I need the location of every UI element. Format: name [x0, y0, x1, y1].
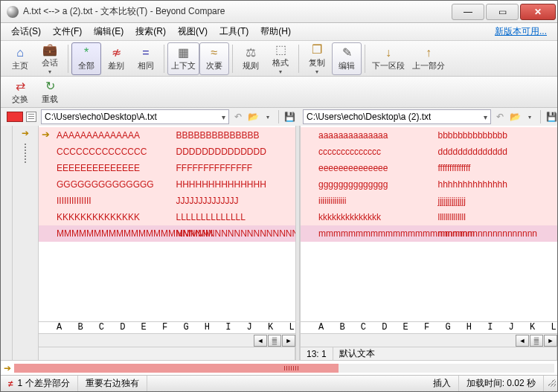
- left-status: [39, 347, 295, 360]
- diff-indicator-icon: [7, 112, 23, 122]
- diff-icon: ≉: [112, 45, 121, 60]
- menu-edit[interactable]: 编辑(E): [88, 24, 129, 39]
- right-arrow-icon: ➔: [4, 363, 11, 373]
- scroll-left-icon[interactable]: ◄: [516, 335, 529, 347]
- right-path-input[interactable]: C:\Users\echo\Desktop\a (2).txt ▾: [303, 109, 491, 124]
- filter-same-button[interactable]: =相同: [131, 42, 161, 75]
- diff-line[interactable]: GGGGGGGGGGGGGGHHHHHHHHHHHHHH: [39, 176, 295, 193]
- diff-line[interactable]: aaaaaaaaaaaaaabbbbbbbbbbbbbb: [301, 127, 557, 144]
- diff-line[interactable]: mmmmmmmmmmmmmmmmmmmmmnnnnnnnnnnnnnnnnnnn…: [301, 225, 557, 242]
- right-path-text: C:\Users\echo\Desktop\a (2).txt: [307, 112, 431, 122]
- format-icon: ⬚: [275, 42, 286, 57]
- diff-line[interactable]: ccccccccccccccdddddddddddddd: [301, 144, 557, 160]
- open-right-dd[interactable]: ▾: [524, 111, 536, 123]
- session-button[interactable]: 💼会话▾: [35, 42, 65, 75]
- copy-button[interactable]: ❐复制▾: [302, 42, 332, 75]
- briefcase-icon: 💼: [42, 42, 57, 57]
- cursor-pos: 13: 1: [301, 347, 333, 360]
- chevron-down-icon[interactable]: ▾: [484, 113, 487, 121]
- scroll-right-icon[interactable]: ►: [544, 335, 557, 347]
- rules-button[interactable]: ⚖规则: [236, 42, 266, 75]
- menu-session[interactable]: 会话(S): [5, 24, 47, 39]
- current-line-icon: ➔: [42, 129, 50, 140]
- open-left-dd[interactable]: ▾: [262, 111, 274, 123]
- menu-tools[interactable]: 工具(T): [214, 24, 254, 39]
- home-icon: ⌂: [16, 45, 24, 60]
- diff-line[interactable]: IIIIIIIIIIIIIIJJJJJJJJJJJJJJ: [39, 193, 295, 209]
- maximize-button[interactable]: ▭: [486, 4, 519, 20]
- statusbar: ≠1 个差异部分 重要右边独有 插入 加载时间: 0.02 秒: [1, 375, 557, 391]
- diff-line[interactable]: KKKKKKKKKKKKKKLLLLLLLLLLLLLL: [39, 209, 295, 225]
- menu-view[interactable]: 视图(V): [172, 24, 214, 39]
- diff-line[interactable]: gggggggggggggghhhhhhhhhhhhhh: [301, 176, 557, 193]
- minimize-button[interactable]: —: [452, 4, 484, 20]
- file-icon: [26, 112, 36, 122]
- reload-button[interactable]: ↻重载: [35, 76, 65, 109]
- context-button[interactable]: ▦上下文: [167, 42, 199, 75]
- minor-button[interactable]: ≈次要: [199, 42, 229, 75]
- edit-button[interactable]: ✎编辑: [332, 42, 362, 75]
- left-editor[interactable]: ➔ AAAAAAAAAAAAAABBBBBBBBBBBBBBCCCCCCCCCC…: [39, 126, 295, 321]
- app-icon: [7, 6, 19, 18]
- scroll-left-icon[interactable]: ◄: [254, 335, 267, 347]
- undo-icon[interactable]: ↶: [232, 111, 244, 123]
- open-left-button[interactable]: 📂: [247, 111, 259, 123]
- right-hscroll[interactable]: ◄ ▒ ►: [301, 333, 557, 347]
- open-right-button[interactable]: 📂: [509, 111, 521, 123]
- format-button[interactable]: ⬚格式▾: [266, 42, 295, 75]
- thumbnail-band[interactable]: ➔: [1, 360, 557, 375]
- swap-button[interactable]: ⇄交换: [5, 76, 35, 109]
- diff-line[interactable]: eeeeeeeeeeeeeeffffffffffffff: [301, 160, 557, 176]
- left-pane: ➔ AAAAAAAAAAAAAABBBBBBBBBBBBBBCCCCCCCCCC…: [38, 126, 295, 360]
- chevron-down-icon[interactable]: ▾: [222, 113, 225, 121]
- approx-icon: ≈: [211, 45, 218, 60]
- menu-search[interactable]: 搜索(R): [129, 24, 172, 39]
- filter-diffs-button[interactable]: ≉差别: [101, 42, 131, 75]
- left-path-text: C:\Users\echo\Desktop\A.txt: [45, 112, 157, 122]
- home-button[interactable]: ⌂主页: [5, 42, 35, 75]
- menu-help[interactable]: 帮助(H): [254, 24, 297, 39]
- menubar: 会话(S) 文件(F) 编辑(E) 搜索(R) 视图(V) 工具(T) 帮助(H…: [1, 23, 557, 41]
- diff-line[interactable]: MMMMMMMMMMMMMMMMMMMMMNNNNNNNNNNNNNNNNNNN…: [39, 225, 295, 242]
- right-ruler: A B C D E F G H I J K L M N O P Q R S T …: [301, 321, 557, 333]
- left-path-input[interactable]: C:\Users\echo\Desktop\A.txt ▾: [41, 109, 229, 124]
- pencil-icon: ✎: [342, 45, 352, 60]
- diff-line[interactable]: kkkkkkkkkkkkkkllllllllllllll: [301, 209, 557, 225]
- scroll-right-icon[interactable]: ►: [282, 335, 295, 347]
- undo-right-icon[interactable]: ↶: [494, 111, 506, 123]
- save-left-button[interactable]: 💾: [283, 111, 295, 123]
- toolbar-secondary: ⇄交换 ↻重载: [1, 77, 557, 108]
- rules-icon: ⚖: [246, 45, 256, 60]
- update-link[interactable]: 新版本可用...: [489, 24, 553, 39]
- syntax-mode[interactable]: 默认文本: [333, 347, 557, 360]
- right-editor[interactable]: aaaaaaaaaaaaaabbbbbbbbbbbbbbcccccccccccc…: [301, 126, 557, 321]
- menu-file[interactable]: 文件(F): [47, 24, 88, 39]
- window-title: A.txt <--> a (2).txt - 文本比较(T) - Beyond …: [23, 5, 450, 18]
- save-right-button[interactable]: 💾: [545, 111, 557, 123]
- scroll-grip-icon[interactable]: ▒: [530, 335, 543, 347]
- prev-section-button[interactable]: ↑上一部分: [408, 42, 449, 75]
- right-arrow-icon: ➔: [13, 126, 38, 141]
- close-button[interactable]: ✕: [520, 4, 556, 20]
- copy-icon: ❐: [312, 42, 322, 57]
- diff-line[interactable]: iiiiiiiiiiiiiijjjjjjjjjjjjjj: [301, 193, 557, 209]
- toolbar-main: ⌂主页 💼会话▾ *全部 ≉差别 =相同 ▦上下文 ≈次要 ⚖规则 ⬚格式▾ ❐…: [1, 41, 557, 77]
- swap-icon: ⇄: [16, 79, 25, 94]
- important-status: 重要右边独有: [78, 376, 147, 391]
- diff-line[interactable]: CCCCCCCCCCCCCCDDDDDDDDDDDDDD: [39, 144, 295, 160]
- equals-icon: =: [142, 45, 149, 60]
- left-ruler: A B C D E F G H I J K L M N O P Q R S T …: [39, 321, 295, 333]
- arrow-up-icon: ↑: [426, 45, 432, 60]
- path-bar: C:\Users\echo\Desktop\A.txt ▾ ↶ 📂 ▾ 💾 C:…: [1, 108, 557, 126]
- diff-line[interactable]: EEEEEEEEEEEEEEFFFFFFFFFFFFFF: [39, 160, 295, 176]
- resize-grip[interactable]: [544, 379, 557, 388]
- filter-all-button[interactable]: *全部: [71, 42, 101, 75]
- diff-line[interactable]: AAAAAAAAAAAAAABBBBBBBBBBBBBB: [39, 127, 295, 144]
- thumbnail-stripe[interactable]: [14, 364, 554, 373]
- insert-mode: 插入: [426, 376, 459, 391]
- scroll-grip-icon[interactable]: ▒: [268, 335, 281, 347]
- right-pane: aaaaaaaaaaaaaabbbbbbbbbbbbbbcccccccccccc…: [300, 126, 557, 360]
- overview-gutter[interactable]: ➔: [1, 126, 38, 360]
- left-hscroll[interactable]: ◄ ▒ ►: [39, 333, 295, 347]
- next-section-button[interactable]: ↓下一区段: [368, 42, 408, 75]
